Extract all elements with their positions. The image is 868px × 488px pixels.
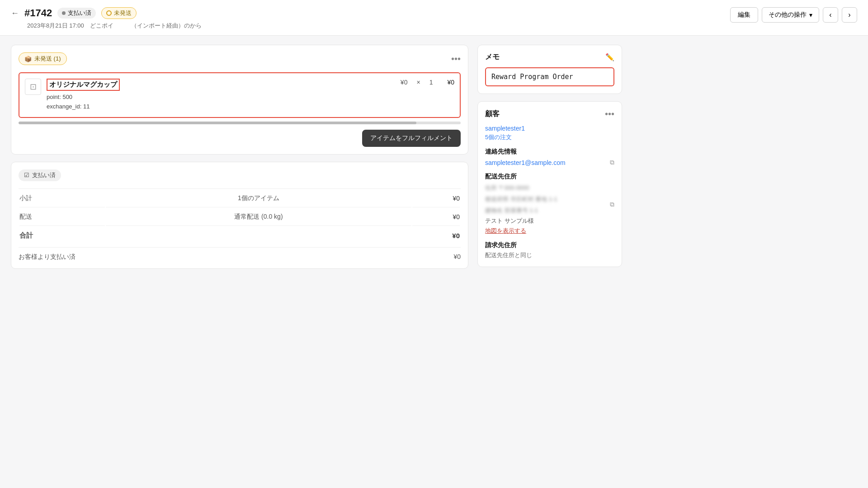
back-arrow-icon[interactable]: ← [11, 9, 19, 18]
order-number: #1742 [24, 7, 52, 19]
customer-orders-link[interactable]: 5個の注文 [485, 133, 614, 141]
customer-card: 顧客 ••• sampletester1 5個の注文 連絡先情報 samplet… [477, 101, 622, 267]
more-actions-button[interactable]: その他の操作 ▾ [762, 7, 819, 23]
header-title-row: ← #1742 支払い済 未発送 [11, 7, 202, 19]
product-info: オリジナルマグカップ point: 500 exchange_id: 11 [47, 79, 395, 112]
header-left: ← #1742 支払い済 未発送 2023年8月21日 17:00 どこポイ （… [11, 7, 202, 30]
chevron-down-icon: ▾ [809, 11, 812, 19]
payment-badge: ☑ 支払い済 [19, 169, 61, 181]
memo-title: メモ [485, 52, 500, 62]
fulfillment-card-header: 📦 未発送 (1) ••• [19, 52, 461, 65]
multiplier-label: × [416, 79, 420, 86]
payment-card-header: ☑ 支払い済 [19, 169, 461, 181]
more-actions-label: その他の操作 [769, 11, 807, 19]
customer-title: 顧客 [485, 109, 500, 119]
memo-content: Reward Program Order [485, 67, 614, 86]
billing-section-title: 請求先住所 [485, 241, 614, 249]
payment-card: ☑ 支払い済 小計 1個のアイテム ¥0 配送 通常配送 (0.0 kg) ¥0 [11, 162, 468, 269]
total-row: 合計 ¥0 [19, 227, 460, 244]
product-meta: point: 500 exchange_id: 11 [47, 93, 395, 112]
main-layout: 📦 未発送 (1) ••• ⊡ オリジナルマグカップ point: 500 ex… [0, 36, 633, 278]
product-image-icon: ⊡ [25, 79, 41, 95]
edit-button[interactable]: 編集 [730, 7, 758, 23]
order-subtitle: 2023年8月21日 17:00 どこポイ （インポート経由）のから [27, 22, 202, 30]
copy-email-icon[interactable]: ⧉ [610, 159, 614, 166]
billing-same-text: 配送先住所と同じ [485, 251, 614, 259]
header-right: 編集 その他の操作 ▾ ‹ › [730, 7, 857, 23]
copy-address-icon[interactable]: ⧉ [610, 201, 614, 208]
product-total: ¥0 [447, 79, 454, 86]
shipping-row: 配送 通常配送 (0.0 kg) ¥0 [19, 208, 460, 226]
top-header: ← #1742 支払い済 未発送 2023年8月21日 17:00 どこポイ （… [0, 0, 868, 36]
payment-badge-label: 支払い済 [32, 171, 56, 179]
customer-name-link[interactable]: sampletester1 [485, 125, 525, 132]
memo-header: メモ ✏️ [485, 52, 614, 62]
subtotal-value: 1個のアイテム [106, 190, 411, 207]
map-link[interactable]: 地図を表示する [485, 227, 526, 235]
subtotal-label: 小計 [19, 190, 105, 207]
subtotal-row: 小計 1個のアイテム ¥0 [19, 190, 460, 207]
product-name: オリジナルマグカップ [47, 79, 120, 91]
shipping-section-title: 配送先住所 [485, 173, 614, 181]
product-point: point: 500 [47, 93, 395, 102]
right-column: メモ ✏️ Reward Program Order 顧客 ••• sample… [477, 45, 622, 269]
unfulfilled-badge-label: 未発送 (1) [34, 55, 61, 63]
check-icon: ☑ [24, 172, 29, 178]
prev-order-button[interactable]: ‹ [823, 7, 838, 23]
shipping-amount: ¥0 [412, 208, 460, 226]
address-line2: 都道府県 市区町村 番地 1-1 [485, 195, 557, 204]
product-pricing: ¥0 × 1 [401, 79, 433, 86]
shipping-label: 配送 [19, 208, 105, 226]
next-order-button[interactable]: › [842, 7, 857, 23]
memo-edit-icon[interactable]: ✏️ [605, 53, 614, 61]
product-price: ¥0 [401, 79, 408, 86]
product-exchange-id: exchange_id: 11 [47, 102, 395, 112]
fulfillment-card: 📦 未発送 (1) ••• ⊡ オリジナルマグカップ point: 500 ex… [11, 45, 468, 155]
memo-card: メモ ✏️ Reward Program Order [477, 45, 622, 94]
fulfill-btn-row: アイテムをフルフィルメント [19, 130, 461, 147]
customer-header: 顧客 ••• [485, 109, 614, 119]
left-column: 📦 未発送 (1) ••• ⊡ オリジナルマグカップ point: 500 ex… [11, 45, 468, 269]
unfulfilled-badge: 未発送 [101, 7, 137, 19]
shipping-value: 通常配送 (0.0 kg) [106, 208, 411, 226]
address-line1: 住所 〒000-0000 [485, 183, 557, 193]
image-placeholder-icon: ⊡ [30, 82, 37, 92]
scroll-thumb [19, 122, 416, 124]
customer-email-link[interactable]: sampletester1@sample.com [485, 159, 566, 166]
shipping-address-row: 住所 〒000-0000 都道府県 市区町村 番地 1-1 建物名 部屋番号 1… [485, 183, 614, 225]
contact-section-title: 連絡先情報 [485, 148, 614, 156]
address-line3: 建物名 部屋番号 1-1 [485, 206, 557, 216]
address-name: テスト サンプル様 [485, 217, 557, 225]
scroll-indicator [19, 122, 461, 124]
contact-email-row: sampletester1@sample.com ⧉ [485, 159, 614, 166]
customer-paid-label: お客様より支払い済 [19, 253, 75, 261]
total-label: 合計 [19, 227, 105, 244]
total-amount: ¥0 [412, 227, 460, 244]
subtotal-amount: ¥0 [412, 190, 460, 207]
paid-badge: 支払い済 [57, 8, 96, 19]
customer-more-icon[interactable]: ••• [605, 109, 614, 119]
product-row: ⊡ オリジナルマグカップ point: 500 exchange_id: 11 … [19, 72, 461, 118]
shipping-address-block: 住所 〒000-0000 都道府県 市区町村 番地 1-1 建物名 部屋番号 1… [485, 183, 557, 225]
unfulfilled-card-badge: 📦 未発送 (1) [19, 52, 67, 65]
customer-paid-amount: ¥0 [453, 253, 461, 261]
total-value [106, 227, 411, 244]
product-quantity: 1 [429, 79, 433, 86]
customer-paid-row: お客様より支払い済 ¥0 [19, 247, 461, 261]
fulfillment-more-icon[interactable]: ••• [451, 54, 461, 64]
box-icon: 📦 [24, 56, 32, 62]
fulfill-button[interactable]: アイテムをフルフィルメント [362, 130, 461, 147]
payment-table: 小計 1個のアイテム ¥0 配送 通常配送 (0.0 kg) ¥0 合計 ¥0 [19, 188, 461, 245]
